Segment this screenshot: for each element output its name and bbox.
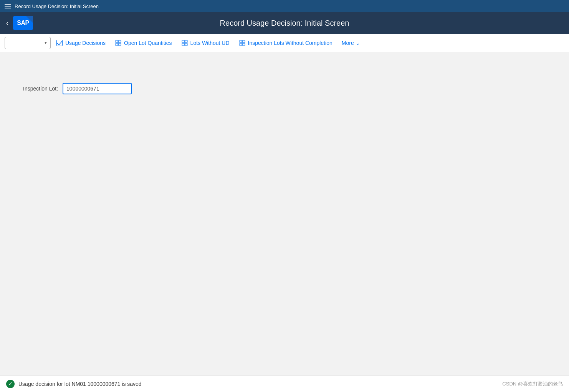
- open-lot-quantities-button[interactable]: Open Lot Quantities: [111, 37, 176, 49]
- form-area: Inspection Lot:: [0, 68, 569, 110]
- title-bar-title: Record Usage Decision: Initial Screen: [15, 3, 99, 9]
- header-title: Record Usage Decision: Initial Screen: [220, 19, 349, 28]
- hamburger-menu-icon[interactable]: [5, 4, 11, 8]
- svg-rect-0: [57, 40, 63, 46]
- svg-rect-4: [119, 43, 121, 46]
- svg-rect-7: [182, 40, 184, 43]
- grid-icon-3: [239, 40, 246, 46]
- title-bar: Record Usage Decision: Initial Screen: [0, 0, 569, 12]
- svg-rect-3: [116, 43, 118, 46]
- watermark: CSDN @喜欢打酱油的老鸟: [502, 380, 563, 387]
- grid-icon-1: [115, 40, 122, 46]
- check-icon: [56, 40, 63, 46]
- lots-without-ud-button[interactable]: Lots Without UD: [177, 37, 233, 49]
- header: ‹ SAP Record Usage Decision: Initial Scr…: [0, 12, 569, 34]
- main-content: Inspection Lot:: [0, 52, 569, 367]
- svg-rect-8: [185, 40, 187, 43]
- svg-rect-2: [119, 40, 121, 43]
- svg-rect-10: [185, 43, 187, 46]
- svg-rect-16: [243, 43, 245, 46]
- svg-rect-9: [182, 43, 184, 46]
- success-icon: ✓: [6, 380, 15, 388]
- svg-rect-1: [116, 40, 118, 43]
- toolbar-select[interactable]: [5, 37, 51, 49]
- chevron-down-icon-more: ⌄: [356, 40, 360, 46]
- sap-logo-triangle: [26, 16, 33, 23]
- inspection-lot-input[interactable]: [63, 83, 132, 94]
- usage-decisions-button[interactable]: Usage Decisions: [52, 37, 109, 49]
- more-button[interactable]: More ⌄: [338, 38, 364, 48]
- status-message-container: ✓ Usage decision for lot NM01 1000000067…: [6, 380, 142, 388]
- status-text: Usage decision for lot NM01 10000000671 …: [18, 381, 142, 387]
- svg-rect-14: [243, 40, 245, 43]
- lots-without-ud-label: Lots Without UD: [190, 40, 230, 46]
- toolbar: ▼ Usage Decisions Open Lot Quantities: [0, 34, 569, 52]
- status-bar: ✓ Usage decision for lot NM01 1000000067…: [0, 375, 569, 392]
- inspection-lots-without-completion-button[interactable]: Inspection Lots Without Completion: [235, 37, 336, 49]
- svg-rect-15: [240, 43, 242, 46]
- open-lot-quantities-label: Open Lot Quantities: [124, 40, 172, 46]
- back-button[interactable]: ‹: [6, 20, 8, 26]
- grid-icon-2: [181, 40, 188, 46]
- inspection-lot-label: Inspection Lot:: [23, 86, 58, 92]
- svg-rect-13: [240, 40, 242, 43]
- more-label: More: [342, 40, 354, 46]
- usage-decisions-label: Usage Decisions: [65, 40, 106, 46]
- sap-logo: SAP: [13, 16, 33, 30]
- inspection-lots-label: Inspection Lots Without Completion: [248, 40, 332, 46]
- toolbar-select-wrapper: ▼: [5, 37, 51, 49]
